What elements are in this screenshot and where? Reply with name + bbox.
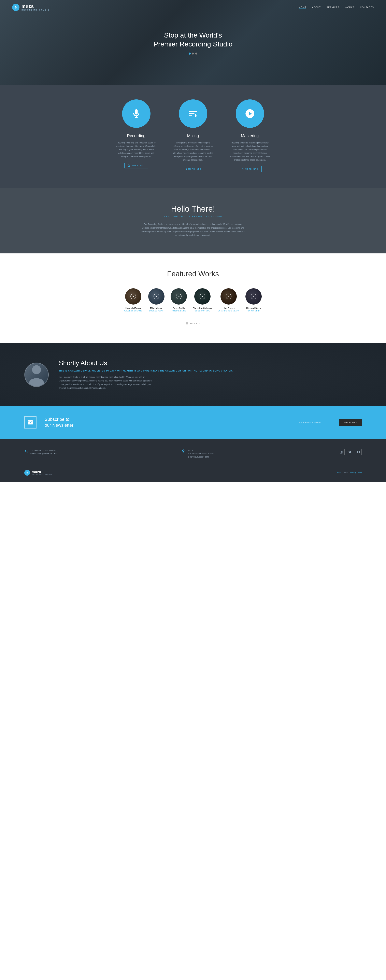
work-avatar-4 [194, 288, 211, 305]
footer-city: CHICAGO, IL 60604-2340 [187, 455, 214, 458]
work-avatar-5 [221, 288, 237, 305]
footer-logo[interactable]: muza RECORDING STUDIO [24, 470, 52, 476]
hero-dot-1[interactable] [189, 52, 191, 54]
hero-dot-3[interactable] [195, 52, 197, 54]
nav-works[interactable]: WORKS [345, 6, 354, 9]
doc-icon3 [241, 168, 244, 170]
work-item[interactable]: Lisa Glover WHAT DO YOU MEAN? [218, 288, 240, 312]
work-item[interactable]: Dave Smith HOTLINE BLING [171, 288, 187, 312]
about-content: Shortly About Us THIS IS A CREATIVE SPAC… [59, 360, 233, 390]
mixing-icon [188, 108, 199, 119]
grid-icon [186, 322, 188, 325]
newsletter-email-input[interactable] [295, 419, 339, 426]
work-avatar-1 [125, 288, 141, 305]
work-name-2: Mike Moore [148, 307, 165, 309]
works-grid: Hannah Evans WILDEST DREAMS Mike Moore L… [12, 288, 374, 312]
about-body: Our Recording Studio is a full full-serv… [59, 375, 156, 390]
work-song-1: WILDEST DREAMS [124, 310, 142, 312]
hello-title: Hello There! [12, 204, 374, 213]
newsletter-text: Subscribe to our Newsletter [44, 417, 73, 428]
work-item[interactable]: Mike Moore LOCKED AWAY [148, 288, 165, 312]
play-circle-icon [245, 108, 255, 119]
service-mixing-more-btn[interactable]: MORE INFO [181, 166, 205, 172]
privacy-policy-link[interactable]: Privacy Policy [350, 472, 362, 474]
hero-dots[interactable] [154, 52, 232, 54]
service-recording: Recording Providing recording and rehear… [116, 99, 157, 172]
footer: TELEPHONE: +1 800 803 8201 E-MAIL: MAIL@… [0, 439, 386, 482]
work-name-4: Christina Calonna [193, 307, 212, 309]
services-grid: Recording Providing recording and rehear… [12, 99, 374, 172]
twitter-icon [348, 451, 351, 453]
hero-content: Stop at the World's Premier Recording St… [154, 31, 232, 54]
logo[interactable]: muza RECORDING STUDIO [12, 4, 50, 11]
nav-contacts[interactable]: CONTACTS [360, 6, 374, 9]
hero-title: Stop at the World's Premier Recording St… [154, 31, 232, 48]
service-mastering-title: Mastering [230, 134, 270, 138]
newsletter-section: Subscribe to our Newsletter SUBSCRIBE [0, 406, 386, 439]
twitter-button[interactable] [347, 449, 353, 455]
footer-bottom: muza RECORDING STUDIO muza © 2016 | Priv… [24, 470, 362, 476]
service-recording-icon [122, 99, 151, 128]
play-button-4[interactable] [200, 294, 205, 299]
service-recording-title: Recording [116, 134, 157, 138]
email-icon [27, 419, 33, 425]
nav-home[interactable]: HOME [299, 6, 306, 9]
play-button-2[interactable] [154, 294, 159, 299]
microphone-icon [131, 108, 141, 119]
instagram-button[interactable] [338, 449, 345, 455]
instagram-icon [340, 451, 343, 453]
newsletter-form: SUBSCRIBE [295, 419, 362, 426]
service-mixing: Mixing Mixing is the process of combinin… [173, 99, 213, 172]
footer-brand: muza [337, 472, 342, 474]
view-all-button[interactable]: VIEW ALL [180, 320, 206, 327]
featured-title: Featured Works [12, 270, 374, 278]
svg-point-0 [32, 365, 41, 374]
work-item[interactable]: Hannah Evans WILDEST DREAMS [124, 288, 142, 312]
service-mastering: Mastering Providing top audio mastering … [230, 99, 270, 172]
service-mastering-more-btn[interactable]: MORE INFO [238, 166, 262, 172]
play-button-3[interactable] [176, 294, 181, 299]
work-item[interactable]: Richard Stern ON MY MIND [245, 288, 262, 312]
work-item[interactable]: Christina Calonna GOOD FOR YOU [193, 288, 212, 312]
about-title: Shortly About Us [59, 360, 233, 367]
nav-links: HOME ABOUT SERVICES WORKS CONTACTS [299, 6, 374, 9]
footer-copyright: muza © 2016 | Privacy Policy [337, 472, 362, 474]
footer-mic-icon [26, 471, 29, 474]
work-avatar-6 [245, 288, 262, 305]
hero-dot-2[interactable] [192, 52, 194, 54]
footer-info: TELEPHONE: +1 800 803 8201 E-MAIL: MAIL@… [24, 449, 362, 465]
facebook-button[interactable] [355, 449, 362, 455]
service-recording-more-btn[interactable]: MORE INFO [124, 163, 148, 169]
subscribe-button[interactable]: SUBSCRIBE [339, 419, 362, 426]
footer-address: MUZA 219 JACKSON BLVD STE 1508 CHICAGO, … [181, 449, 214, 459]
hello-body: Our Recording Studio is your one-stop sp… [140, 223, 246, 237]
footer-street: 219 JACKSON BLVD STE 1508 [187, 452, 214, 455]
hello-section: Hello There! WELCOME TO OUR RECORDING ST… [0, 188, 386, 253]
facebook-icon [357, 451, 360, 453]
person-silhouette [29, 364, 44, 386]
footer-phone: TELEPHONE: +1 800 803 8201 E-MAIL: MAIL@… [24, 449, 57, 455]
mic-icon [14, 5, 17, 9]
footer-logo-name: muza [32, 470, 41, 474]
service-mixing-icon [179, 99, 207, 128]
work-avatar-3 [171, 288, 187, 305]
work-song-6: ON MY MIND [245, 310, 262, 312]
work-name-1: Hannah Evans [124, 307, 142, 309]
newsletter-icon [24, 416, 37, 428]
featured-section: Featured Works Hannah Evans WILDEST DREA… [0, 253, 386, 343]
work-song-5: WHAT DO YOU MEAN? [218, 310, 240, 312]
play-button-1[interactable] [130, 294, 136, 299]
nav-about[interactable]: ABOUT [312, 6, 321, 9]
service-mixing-desc: Mixing is the process of combining the d… [173, 141, 213, 162]
hello-subtitle: WELCOME TO OUR RECORDING STUDIO [12, 215, 374, 218]
location-icon [181, 449, 185, 453]
nav-services[interactable]: SERVICES [326, 6, 339, 9]
services-section: Recording Providing recording and rehear… [0, 85, 386, 188]
work-name-5: Lisa Glover [218, 307, 240, 309]
logo-sub: RECORDING STUDIO [22, 9, 50, 11]
phone-icon [24, 449, 28, 453]
footer-social [338, 449, 362, 455]
footer-logo-sub: RECORDING STUDIO [32, 474, 52, 476]
work-song-4: GOOD FOR YOU [193, 310, 212, 312]
logo-text: muza [22, 4, 34, 9]
